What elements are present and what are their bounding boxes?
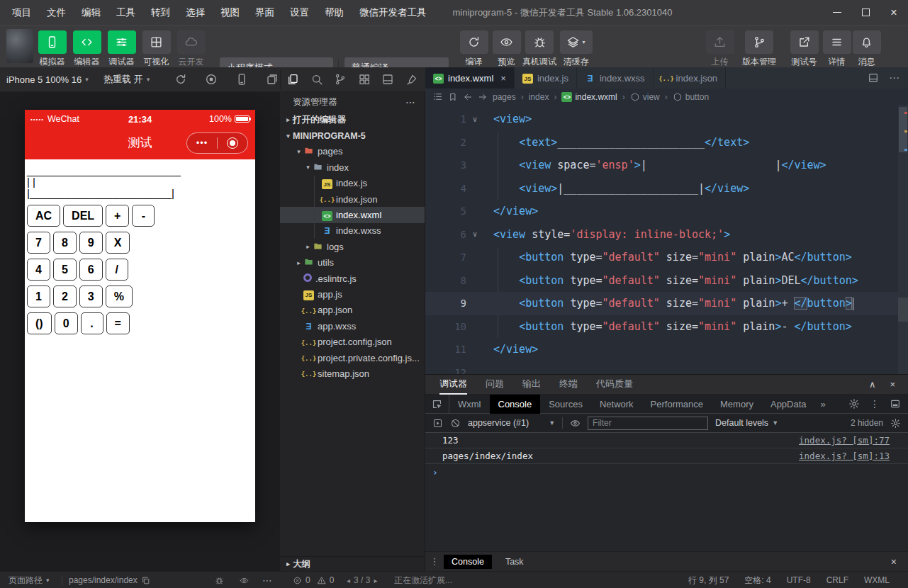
toolbar-right-上传[interactable]: 上传 — [702, 30, 737, 68]
code-line-1[interactable]: 1∨<view> — [425, 108, 908, 131]
panel-tab-终端[interactable]: 终端 — [559, 375, 578, 395]
key-7[interactable]: 7 — [27, 232, 50, 254]
panel-layout-icon[interactable] — [381, 73, 394, 86]
devtools-tab-Wxml[interactable]: Wxml — [449, 395, 490, 414]
key-/[interactable]: / — [106, 259, 128, 281]
toolbar-button-云开发[interactable]: 云开发 — [174, 30, 208, 68]
panel-tab-输出[interactable]: 输出 — [522, 375, 541, 395]
device-selector[interactable]: iPhone 5 100% 16▾ — [6, 67, 89, 91]
code-line-11[interactable]: 11</view> — [425, 338, 908, 361]
devtools-tab-Console[interactable]: Console — [490, 395, 541, 414]
hot-reload-toggle[interactable]: 热重载 开▾ — [103, 67, 150, 91]
breadcrumb-view[interactable]: view — [630, 92, 660, 102]
toolbar-button-可视化[interactable]: 可视化 — [139, 30, 174, 68]
tree-item-index.wxss[interactable]: Ǝindex.wxss — [280, 223, 425, 239]
status-more-icon[interactable]: ⋯ — [262, 572, 272, 588]
display-input-2[interactable]: |________________________| — [27, 188, 255, 198]
close-button[interactable]: × — [880, 0, 908, 25]
key-+[interactable]: + — [106, 205, 129, 227]
copy-icon[interactable] — [141, 576, 150, 585]
panel-tab-代码质量[interactable]: 代码质量 — [596, 375, 633, 395]
display-input-1[interactable]: | | — [27, 176, 255, 188]
nav-forward-icon[interactable] — [478, 92, 488, 102]
tree-item-index.wxml[interactable]: <>index.wxml — [280, 207, 425, 222]
toolbar-button-调试器[interactable]: 调试器 — [104, 30, 139, 68]
tab-index.wxml[interactable]: <>index.wxml× — [425, 67, 515, 89]
tree-section-MINIPROGRAM-5[interactable]: ▾MINIPROGRAM-5 — [280, 128, 425, 143]
debug-status-icon[interactable] — [215, 572, 224, 588]
menu-item-帮助[interactable]: 帮助 — [317, 0, 352, 25]
key-6[interactable]: 6 — [79, 259, 103, 281]
panel-files-icon[interactable] — [286, 73, 299, 86]
panel-brush-icon[interactable] — [405, 73, 418, 86]
tab-index.json[interactable]: {..}index.json — [654, 67, 727, 89]
menu-item-文件[interactable]: 文件 — [39, 0, 74, 25]
record-icon[interactable] — [205, 73, 218, 86]
code-line-3[interactable]: 3 <view space='ensp'>| |</view> — [425, 154, 908, 177]
bookmark-icon[interactable] — [448, 92, 458, 102]
tree-item-logs[interactable]: ▸logs — [280, 239, 425, 254]
drag-handle-icon[interactable]: ⋮ — [425, 556, 444, 567]
panel-tab-问题[interactable]: 问题 — [486, 375, 504, 395]
rotate-icon[interactable] — [174, 73, 187, 86]
panel-tab-调试器[interactable]: 调试器 — [439, 375, 467, 395]
code-line-10[interactable]: 10 <button type="default" size="mini" pl… — [425, 315, 908, 339]
devtools-tab-Sources[interactable]: Sources — [540, 395, 591, 414]
devtools-settings-icon[interactable] — [848, 398, 860, 409]
key-()[interactable]: () — [27, 312, 52, 334]
close-devtools-icon[interactable]: × — [890, 379, 895, 390]
key-4[interactable]: 4 — [27, 259, 50, 281]
encoding-setting[interactable]: UTF-8 — [787, 575, 811, 585]
user-avatar[interactable] — [6, 29, 33, 63]
breadcrumb-pages[interactable]: pages — [493, 92, 516, 102]
menu-item-界面[interactable]: 界面 — [247, 0, 282, 25]
devtools-tab-Performance[interactable]: Performance — [642, 395, 712, 414]
toolbar-right-测试号[interactable]: 测试号 — [787, 30, 822, 68]
menu-item-编辑[interactable]: 编辑 — [74, 0, 108, 25]
console-settings-icon[interactable] — [890, 418, 901, 429]
tree-item-project.config.json[interactable]: {..}project.config.json — [280, 334, 425, 349]
key-0[interactable]: 0 — [55, 312, 78, 334]
collapse-panel-icon[interactable]: ∧ — [869, 379, 876, 390]
code-line-5[interactable]: 5</view> — [425, 200, 908, 223]
editor-pager[interactable]: ◂3 / 3▸ — [347, 572, 377, 588]
indent-setting[interactable]: 空格: 4 — [744, 575, 770, 587]
key--[interactable]: - — [132, 205, 155, 227]
close-panel-icon[interactable]: × — [891, 556, 908, 567]
bottom-tab-Console[interactable]: Console — [444, 555, 492, 569]
key-2[interactable]: 2 — [53, 285, 77, 307]
toolbar-right-消息[interactable]: 消息 — [849, 30, 884, 68]
problems-indicator[interactable]: 0 0 — [293, 572, 334, 588]
key-=[interactable]: = — [106, 312, 130, 334]
menu-item-选择[interactable]: 选择 — [178, 0, 213, 25]
devtools-tab-Memory[interactable]: Memory — [712, 395, 762, 414]
exit-record-icon[interactable] — [227, 137, 238, 149]
breadcrumb-index.wxml[interactable]: <>index.wxml — [561, 91, 617, 102]
panel-branch-icon[interactable] — [334, 73, 347, 86]
devtools-menu-icon[interactable]: ⋮ — [870, 398, 880, 409]
menu-item-项目[interactable]: 项目 — [4, 0, 39, 25]
more-actions-icon[interactable]: ⋯ — [405, 96, 416, 108]
fold-chevron-icon[interactable]: ∨ — [466, 115, 483, 124]
tree-item-index[interactable]: ▾index — [280, 159, 425, 175]
toolbar-button-编辑器[interactable]: 编辑器 — [69, 30, 104, 68]
key-9[interactable]: 9 — [79, 232, 103, 254]
split-editor-icon[interactable] — [868, 72, 879, 84]
menu-item-转到[interactable]: 转到 — [143, 0, 178, 25]
tree-item-app.js[interactable]: JSapp.js — [280, 286, 425, 302]
tree-section-打开的编辑器[interactable]: ▸打开的编辑器 — [280, 112, 425, 128]
key-8[interactable]: 8 — [53, 232, 77, 254]
message-source-link[interactable]: index.js? [sm]:13 — [799, 451, 890, 461]
code-line-4[interactable]: 4 <view>|_____________________|</view> — [425, 177, 908, 200]
breadcrumb-index[interactable]: index — [529, 92, 549, 102]
page-path-value[interactable]: pages/index/index — [69, 572, 150, 588]
clear-console-icon[interactable] — [450, 418, 461, 429]
maximize-button[interactable] — [851, 0, 880, 25]
minimize-button[interactable] — [823, 0, 851, 25]
devtools-tab-AppData[interactable]: AppData — [762, 395, 815, 414]
code-editor[interactable]: 1∨<view>2 <text>_______________________<… — [425, 105, 908, 374]
toolbar-action-编译[interactable]: 编译 — [456, 30, 491, 68]
tab-index.js[interactable]: JSindex.js — [515, 67, 577, 89]
hidden-count[interactable]: 2 hidden — [851, 418, 883, 428]
code-line-9[interactable]: 9 <button type="default" size="mini" pla… — [425, 292, 908, 315]
